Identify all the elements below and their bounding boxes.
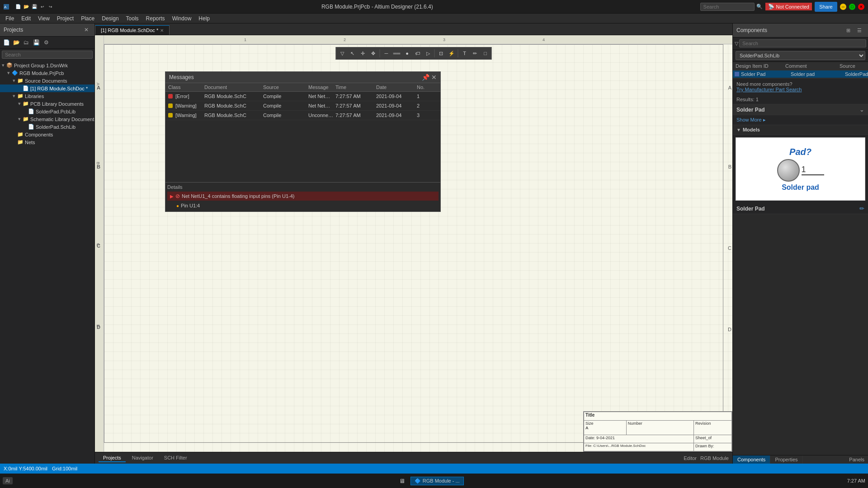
undo-btn[interactable]: ↩ [39,3,46,10]
solder-pad-detail: Solder Pad ✏ [733,203,868,214]
sch-select-btn[interactable]: ↖ [348,48,358,58]
messages-dialog-titlebar[interactable]: Messages 📌 ✕ [165,72,440,83]
messages-pin-btn[interactable]: 📌 [422,74,429,81]
sch-power-btn[interactable]: ⚡ [447,48,457,58]
panels-button[interactable]: Panels [845,455,868,464]
share-button[interactable]: Share [815,2,837,12]
tree-item[interactable]: ▾📦Project Group 1.DsnWrk [0,61,94,69]
tree-item[interactable]: ▾📁Libraries [0,92,94,100]
message-row[interactable]: [Warning] RGB Module.SchC Compile Net Ne… [165,101,440,111]
sch-junction-btn[interactable]: ● [402,48,412,58]
tree-item[interactable]: 📄SolderPad.SchLib [0,123,94,131]
tree-expand-arrow: ▾ [18,116,23,122]
close-button[interactable]: ✕ [858,4,864,10]
sch-rect-btn[interactable]: □ [481,48,491,58]
comp-grid-view-btn[interactable]: ⊞ [843,25,853,35]
panel-close-proj-btn[interactable]: 🗂 [22,38,31,47]
redo-btn[interactable]: ↪ [47,3,54,10]
panel-settings-btn[interactable]: ⚙ [42,38,51,47]
msg-document: RGB Module.SchC [203,112,262,118]
sch-move-btn[interactable]: ✥ [368,48,378,58]
model-preview: Pad? 1 Solder pad [736,137,865,201]
minimize-button[interactable]: ─ [840,4,846,10]
schematic-canvas[interactable]: 1 2 3 4 A B C D A B C D ▽ ↖ ✛ ✥ [95,35,732,452]
message-row[interactable]: [Error] RGB Module.SchC Compile Net NetU… [165,92,440,101]
models-section-header: ▼ Models [733,125,868,135]
tree-item[interactable]: 📁Components [0,131,94,138]
tree-item[interactable]: 📄[1] RGB Module.SchDoc * [0,84,94,92]
new-btn[interactable]: 📄 [14,3,22,10]
taskbar-desktop-btn[interactable]: 🖥 [396,474,409,487]
tree-item[interactable]: ▾📁Schematic Library Documents [0,115,94,123]
open-btn[interactable]: 📂 [23,3,30,10]
solder-pad-edit-btn[interactable]: ✏ [859,205,864,212]
col-source: Source [262,84,307,90]
tree-item[interactable]: 📄SolderPad.PcbLib [0,108,94,115]
component-row[interactable]: Solder Pad Solder pad SolderPad.SchLib [733,70,868,78]
sch-text-btn[interactable]: T [460,48,470,58]
menu-design[interactable]: Design [98,14,122,23]
tree-item-label: RGB Module.PrjPcb [19,70,64,76]
sch-component-btn[interactable]: ⊡ [436,48,446,58]
menu-reports[interactable]: Reports [142,14,169,23]
sch-filter-btn[interactable]: ▽ [337,48,347,58]
tree-item[interactable]: ▾🔷RGB Module.PrjPcb [0,69,94,77]
tab-sch-filter[interactable]: SCH Filter [160,454,192,462]
title-bar-right: 🔍 📡 Not Connected Share ─ □ ✕ [700,2,864,12]
sch-cross-btn[interactable]: ✛ [358,48,368,58]
details-error-row[interactable]: ▶ ⊘ Net NetU1_4 contains floating input … [167,192,439,201]
tree-item-label: Source Documents [25,78,67,84]
panel-new-btn[interactable]: 📄 [2,38,11,47]
menu-view[interactable]: View [34,14,53,23]
time-display: 7:27 AM [847,478,865,483]
panel-open-btn[interactable]: 📂 [12,38,21,47]
components-panel-title: Components [736,27,767,33]
sch-draw-btn[interactable]: ✏ [470,48,480,58]
messages-close-btn[interactable]: ✕ [431,74,437,81]
sch-bus-btn[interactable]: ══ [392,48,402,58]
library-select[interactable]: SolderPad.SchLib [736,51,865,60]
panel-close-btn[interactable]: ✕ [82,25,91,34]
tab-close-btn[interactable]: ✕ [160,28,164,33]
maximize-button[interactable]: □ [849,4,855,10]
mfr-search-link[interactable]: Try Manufacturer Part Search [736,87,802,92]
msg-message: Unconnected Pin U1-4 at 2700mil,4600mil [307,112,335,118]
tab-projects[interactable]: Projects [99,454,126,462]
schematic-toolbar: ▽ ↖ ✛ ✥ ─ ══ ● 🏷 ▷ ⊡ ⚡ T ✏ □ [336,47,492,60]
comp-col-comment: Comment [785,63,840,69]
message-row[interactable]: [Warning] RGB Module.SchC Compile Unconn… [165,111,440,120]
schematic-tab[interactable]: [1] RGB Module.SchDoc * ✕ [95,25,170,35]
comp-list-view-btn[interactable]: ☰ [854,25,864,35]
rp-tab-properties[interactable]: Properties [770,455,802,464]
tree-item[interactable]: ▾📁PCB Library Documents [0,100,94,108]
save-btn[interactable]: 💾 [31,3,38,10]
menu-window[interactable]: Window [169,14,195,23]
sch-netlabel-btn[interactable]: 🏷 [413,48,423,58]
menu-file[interactable]: File [2,14,18,23]
menu-tools[interactable]: Tools [123,14,142,23]
projects-search-input[interactable] [2,51,93,59]
menu-place[interactable]: Place [77,14,98,23]
menu-help[interactable]: Help [195,14,213,23]
title-search-input[interactable] [700,3,755,11]
menu-project[interactable]: Project [53,14,77,23]
sch-port-btn[interactable]: ▷ [423,48,433,58]
menu-edit[interactable]: Edit [18,14,34,23]
col-no: No. [416,84,439,90]
error-circle-icon: ⊘ [175,193,180,199]
ai-corner[interactable]: Ai [3,477,13,484]
components-search-input[interactable] [739,39,866,47]
taskbar-app-rgb[interactable]: 🔷 RGB Module - ... [410,477,464,485]
component-detail-expand-btn[interactable]: ⌄ [859,106,864,113]
show-more-button[interactable]: Show More ▸ [733,115,868,125]
tree-item[interactable]: 📁Nets [0,138,94,146]
panel-save-btn[interactable]: 💾 [32,38,41,47]
comp-table-header: Design Item ID Comment Source [733,62,868,70]
border-label-d-left: D [97,324,100,330]
sch-wire-btn[interactable]: ─ [382,48,392,58]
rp-tab-components[interactable]: Components [733,455,770,464]
tree-item[interactable]: ▾📁Source Documents [0,77,94,84]
not-connected-status[interactable]: 📡 Not Connected [765,3,812,10]
messages-details: Details ▶ ⊘ Net NetU1_4 contains floatin… [165,182,440,211]
tab-navigator[interactable]: Navigator [127,454,158,462]
